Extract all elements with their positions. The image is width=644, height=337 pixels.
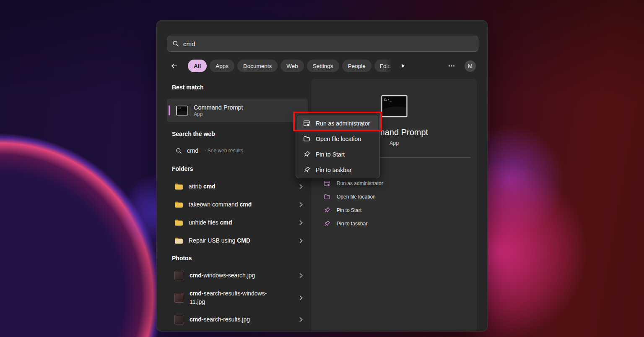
photo-name-match: cmd	[190, 290, 202, 297]
photo-result-cmd-search-results-windows-11[interactable]: cmd-search-results-windows-11.jpg	[167, 285, 308, 311]
folder-icon	[174, 237, 183, 244]
chevron-right-icon[interactable]	[299, 202, 304, 207]
web-suffix-text: - See web results	[204, 148, 243, 154]
search-icon	[172, 40, 179, 47]
folders-list: attrib cmd takeown command cmd	[167, 178, 308, 250]
chevron-right-icon[interactable]	[299, 220, 304, 225]
context-menu-item-pin-to-start[interactable]: Pin to Start	[297, 146, 378, 162]
chevron-right-icon[interactable]	[299, 295, 304, 300]
selection-accent-bar	[169, 105, 170, 115]
tab-documents[interactable]: Documents	[237, 60, 278, 72]
back-button[interactable]	[167, 60, 181, 72]
photo-name-post: -windows-search.jpg	[202, 272, 255, 279]
tab-people[interactable]: People	[342, 60, 371, 72]
tab-web[interactable]: Web	[280, 60, 304, 72]
arrow-left-icon	[171, 63, 178, 69]
topbar-right-group: M	[446, 60, 478, 72]
preview-subtitle: App	[390, 140, 399, 146]
preview-action-pin-to-start[interactable]: Pin to Start	[312, 204, 477, 217]
command-prompt-app-icon: C:\_	[176, 105, 188, 116]
user-avatar[interactable]: M	[465, 60, 476, 72]
photo-result-cmd-windows-search[interactable]: cmd-windows-search.jpg	[167, 266, 308, 285]
chevron-right-icon[interactable]	[299, 238, 304, 243]
command-prompt-app-icon-large: C:\_	[381, 95, 408, 118]
photo-thumbnail	[174, 271, 184, 280]
folder-name-pre: Repair USB using	[189, 237, 237, 244]
context-menu-item-pin-to-taskbar[interactable]: Pin to taskbar	[297, 162, 378, 178]
search-query-text: cmd	[183, 40, 195, 47]
folder-icon	[174, 201, 183, 208]
preview-action-run-as-administrator[interactable]: Run as administrator	[312, 177, 477, 190]
search-input[interactable]: cmd	[167, 36, 478, 52]
web-query-text: cmd	[187, 147, 198, 154]
folder-name-match: CMD	[237, 237, 250, 244]
section-heading-search-the-web: Search the web	[167, 131, 308, 138]
ellipsis-icon	[448, 63, 455, 69]
tab-apps[interactable]: Apps	[210, 60, 234, 72]
web-search-result[interactable]: cmd - See web results	[167, 144, 308, 157]
folder-name-pre: takeown command	[189, 201, 239, 208]
folder-result-attrib-cmd[interactable]: attrib cmd	[167, 178, 308, 196]
folder-name-match: cmd	[203, 183, 216, 190]
section-heading-best-match: Best match	[167, 84, 308, 91]
photo-thumbnail	[174, 315, 184, 324]
pin-icon	[303, 166, 310, 173]
best-match-title: Command Prompt	[194, 104, 243, 111]
run-as-admin-icon	[303, 120, 310, 127]
photo-result-cmd-search-results[interactable]: cmd-search-results.jpg	[167, 311, 308, 329]
section-heading-photos: Photos	[167, 255, 308, 262]
tab-all[interactable]: All	[188, 60, 207, 72]
search-results-list: Best match C:\_ Command Prompt App Searc…	[167, 81, 308, 329]
photos-list: cmd-windows-search.jpg cmd-search-result…	[167, 266, 308, 329]
preview-actions-list: Run as administrator Open file location …	[312, 177, 477, 230]
folder-name-pre: unhide files	[189, 219, 220, 226]
folder-name-match: cmd	[239, 201, 252, 208]
photo-thumbnail	[174, 293, 184, 303]
folder-name-match: cmd	[220, 219, 232, 226]
section-heading-folders: Folders	[167, 165, 308, 172]
folder-result-repair-usb-using-cmd[interactable]: Repair USB using CMD	[167, 232, 308, 250]
preview-action-pin-to-taskbar[interactable]: Pin to taskbar	[312, 217, 477, 230]
pin-icon	[324, 220, 330, 227]
tab-settings[interactable]: Settings	[307, 60, 339, 72]
chevron-right-icon[interactable]	[299, 317, 304, 322]
best-match-subtitle: App	[194, 111, 243, 118]
run-as-admin-icon	[324, 180, 330, 187]
best-match-result-command-prompt[interactable]: C:\_ Command Prompt App	[167, 99, 308, 122]
folder-open-icon	[303, 135, 310, 142]
play-right-icon	[400, 63, 406, 69]
search-filter-bar: All Apps Documents Web Settings People F…	[167, 59, 478, 73]
photo-name-post: -search-results.jpg	[202, 316, 250, 323]
photo-name-match: cmd	[190, 272, 202, 279]
folder-icon	[174, 183, 183, 190]
folder-result-unhide-files-cmd[interactable]: unhide files cmd	[167, 214, 308, 232]
tabs-scroll-right-button[interactable]	[397, 60, 408, 71]
photo-name-match: cmd	[190, 316, 202, 323]
svg-text:C:\_: C:\_	[384, 98, 392, 102]
folder-icon	[174, 219, 183, 226]
chevron-right-icon[interactable]	[299, 273, 304, 278]
context-menu-item-open-file-location[interactable]: Open file location	[297, 131, 378, 146]
folder-open-icon	[324, 193, 330, 200]
preview-action-open-file-location[interactable]: Open file location	[312, 190, 477, 204]
more-options-button[interactable]	[446, 60, 457, 71]
pin-icon	[324, 207, 330, 214]
tab-folders-clipped[interactable]: Fold	[374, 60, 392, 72]
context-menu: Run as administrator Open file location …	[296, 114, 380, 178]
search-icon	[176, 148, 182, 154]
pin-icon	[303, 151, 310, 158]
folder-result-takeown-command-cmd[interactable]: takeown command cmd	[167, 196, 308, 214]
context-menu-item-run-as-administrator[interactable]: Run as administrator	[297, 115, 378, 131]
desktop-wallpaper: cmd All Apps Documents Web Settings Peop…	[0, 0, 644, 337]
folder-name-pre: attrib	[189, 183, 203, 190]
chevron-right-icon[interactable]	[299, 184, 304, 189]
